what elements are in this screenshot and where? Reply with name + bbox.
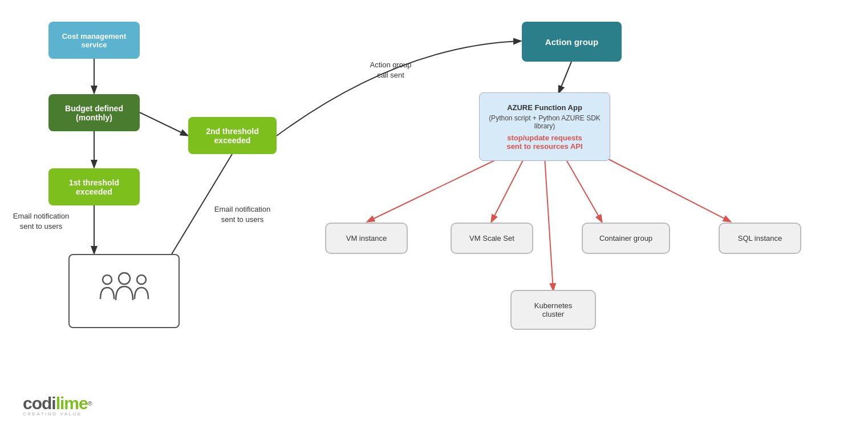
logo-lime: lime — [56, 394, 88, 413]
container-group-node: Container group — [582, 223, 670, 254]
container-group-label: Container group — [599, 234, 652, 243]
threshold-2nd-label: 2nd threshold exceeded — [206, 127, 259, 145]
users-box — [68, 254, 180, 328]
action-group-node: Action group — [522, 22, 622, 62]
logo: codilime® CREATING VALUE — [23, 394, 92, 417]
stop-update-label: stop/update requestssent to resources AP… — [506, 134, 582, 151]
svg-point-11 — [103, 275, 112, 284]
action-group-label: Action group — [545, 37, 598, 47]
svg-point-13 — [137, 275, 146, 284]
budget-defined-label: Budget defined (monthly) — [65, 104, 123, 122]
sql-instance-node: SQL instance — [719, 223, 801, 254]
action-group-call-label: Action groupcall sent — [359, 60, 422, 80]
cost-management-node: Cost management service — [48, 22, 140, 59]
users-icon — [96, 270, 153, 317]
email-notification-2nd-label: Email notificationsent to users — [211, 204, 274, 225]
threshold-2nd-node: 2nd threshold exceeded — [188, 117, 277, 154]
threshold-1st-node: 1st threshold exceeded — [48, 168, 140, 205]
threshold-1st-label: 1st threshold exceeded — [69, 178, 119, 196]
sql-instance-label: SQL instance — [738, 234, 782, 243]
svg-point-12 — [119, 273, 130, 284]
azure-function-node: AZURE Function App (Python script + Pyth… — [479, 92, 610, 161]
vm-scale-node: VM Scale Set — [451, 223, 533, 254]
kubernetes-label: Kubernetes cluster — [534, 301, 573, 318]
kubernetes-node: Kubernetes cluster — [510, 290, 596, 330]
logo-tagline: CREATING VALUE — [23, 411, 92, 417]
svg-line-5 — [559, 62, 571, 92]
svg-line-7 — [492, 157, 525, 221]
vm-instance-node: VM instance — [325, 223, 408, 254]
azure-function-sublabel: (Python script + Python AZURE SDK librar… — [485, 114, 604, 130]
logo-codi: codi — [23, 394, 56, 413]
azure-function-label: AZURE Function App — [507, 103, 582, 112]
cost-management-label: Cost management service — [62, 32, 127, 49]
budget-defined-node: Budget defined (monthly) — [48, 94, 140, 131]
email-notification-1st-label: Email notificationsent to users — [13, 211, 70, 232]
svg-line-6 — [368, 157, 502, 221]
svg-line-10 — [545, 157, 553, 290]
vm-scale-label: VM Scale Set — [469, 234, 514, 243]
svg-line-2 — [140, 112, 187, 135]
vm-instance-label: VM instance — [346, 234, 387, 243]
logo-reg: ® — [88, 400, 92, 407]
svg-line-8 — [565, 157, 602, 221]
